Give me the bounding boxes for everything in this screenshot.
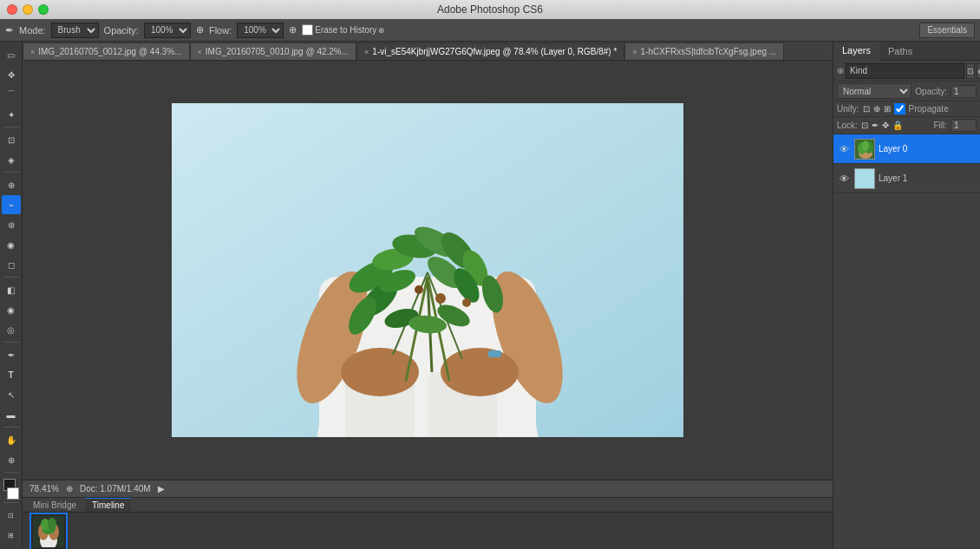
lock-move-icon[interactable]: ✥	[882, 121, 889, 130]
panel-filter-toolbar: ⊕ ⊡ ◈ T ⊕	[833, 61, 980, 82]
hand-tool[interactable]: ✋	[2, 430, 21, 449]
lock-position-icon[interactable]: ✒	[872, 121, 879, 130]
lasso-tool[interactable]: ⌒	[2, 85, 21, 104]
svg-point-28	[415, 285, 423, 294]
layer-1-visibility[interactable]: 👁	[837, 172, 851, 186]
lock-label: Lock:	[837, 121, 858, 130]
svg-point-27	[435, 293, 446, 304]
layer-1-name: Layer 1	[879, 173, 977, 183]
erase-to-history[interactable]: Erase to History ⊕	[302, 24, 385, 36]
screen-mode-btn[interactable]: ⊞	[2, 526, 21, 545]
svg-point-45	[862, 141, 869, 151]
photo-svg	[172, 103, 683, 437]
opacity-label: Opacity:	[104, 25, 139, 36]
bottom-panel: Mini Bridge Timeline	[23, 497, 833, 549]
propagate-checkbox[interactable]	[894, 103, 905, 114]
path-select-tool[interactable]: ↖	[2, 385, 21, 404]
status-arrow[interactable]: ▶	[158, 484, 165, 493]
tool-separator-2	[3, 172, 19, 173]
maximize-button[interactable]	[38, 4, 49, 15]
unify-pos-icon[interactable]: ⊕	[873, 104, 880, 114]
tab-label-3: 1-vi_sE54KjbrjjWG27G6Qfw.jpeg @ 78.4% (L…	[372, 47, 617, 56]
eraser-tool[interactable]: ◻	[2, 255, 21, 274]
bottom-content	[23, 513, 833, 549]
dodge-tool[interactable]: ◎	[2, 320, 21, 339]
layer-1-thumb-svg	[855, 169, 875, 189]
svg-rect-33	[488, 350, 501, 357]
tab-img2[interactable]: × IMG_20160705_0010.jpg @ 42.2%...	[190, 42, 357, 60]
right-panel: Layers Paths ⊕ ⊡ ◈ T ⊕ Normal Multiply S…	[833, 42, 980, 549]
mini-bridge-tab[interactable]: Mini Bridge	[26, 499, 83, 512]
type-tool[interactable]: T	[2, 365, 21, 384]
color-swatches[interactable]	[2, 479, 21, 500]
layers-filter-input[interactable]	[846, 63, 964, 79]
background-color[interactable]	[7, 487, 19, 500]
tabs-bar: × IMG_20160705_0012.jpg @ 44.3%... × IMG…	[23, 42, 833, 61]
fill-input[interactable]	[951, 119, 977, 132]
pen-tool[interactable]: ✒	[2, 345, 21, 364]
magic-wand-tool[interactable]: ✦	[2, 105, 21, 124]
bottom-tabs: Mini Bridge Timeline	[23, 498, 833, 513]
flow-dropdown[interactable]: 100%	[237, 23, 284, 38]
essentials-button[interactable]: Essentials	[919, 23, 975, 38]
history-tool[interactable]: ◉	[2, 235, 21, 254]
quick-mask-btn[interactable]: ⊡	[2, 506, 21, 525]
marquee-rect-tool[interactable]: ▭	[2, 45, 21, 64]
move-tool[interactable]: ✥	[2, 65, 21, 84]
status-doc-icon[interactable]: ⊕	[66, 484, 73, 493]
brush-tool[interactable]: ⌁	[2, 195, 21, 214]
zoom-tool[interactable]: ⊕	[2, 450, 21, 469]
close-button[interactable]	[7, 4, 17, 15]
blend-mode-select[interactable]: Normal Multiply Screen	[837, 83, 911, 99]
canvas-image-container	[172, 103, 683, 437]
canvas-area: × IMG_20160705_0012.jpg @ 44.3%... × IMG…	[23, 42, 833, 549]
unify-row: Unify: ⊡ ⊕ ⊞ Propagate	[833, 101, 980, 117]
layer-0-thumb-svg	[855, 140, 875, 160]
timeline-thumb	[33, 516, 64, 547]
layer-1-thumbnail	[854, 168, 875, 189]
unify-all-icon[interactable]: ⊞	[884, 104, 891, 114]
mode-dropdown[interactable]: Brush	[51, 23, 99, 38]
tool-separator-5	[3, 427, 19, 428]
lock-all-icon[interactable]: 🔒	[892, 121, 903, 130]
crop-tool[interactable]: ⊡	[2, 130, 21, 149]
canvas-viewport[interactable]	[23, 61, 833, 480]
opacity-dropdown[interactable]: 100%	[144, 23, 191, 38]
timeline-frame-1[interactable]	[29, 513, 68, 549]
zoom-level: 78.41%	[29, 484, 59, 493]
blur-tool[interactable]: ◉	[2, 300, 21, 319]
layer-item-0[interactable]: 👁 Layer 0	[833, 134, 980, 164]
minimize-button[interactable]	[23, 4, 33, 15]
layer-0-visibility[interactable]: 👁	[837, 142, 851, 156]
tab-main[interactable]: × 1-vi_sE54KjbrjjWG27G6Qfw.jpeg @ 78.4% …	[356, 42, 624, 60]
layers-tab[interactable]: Layers	[833, 42, 879, 61]
gradient-tool[interactable]: ◧	[2, 280, 21, 299]
tab-img4[interactable]: × 1-hCXFRxsS|tdfcibTcXgFsg.jpeg ...	[624, 42, 784, 60]
tab-close-2[interactable]: ×	[198, 48, 202, 56]
tab-label-1: IMG_20160705_0012.jpg @ 44.3%...	[38, 47, 181, 56]
doc-size: Doc: 1.07M/1.40M	[80, 484, 151, 493]
layer-pixel-icon[interactable]: ⊡	[966, 63, 975, 79]
flow-label: Flow:	[209, 25, 232, 36]
tab-close-1[interactable]: ×	[30, 48, 35, 56]
airbrush-icon: ⊕	[196, 24, 204, 36]
timeline-tab[interactable]: Timeline	[85, 498, 131, 512]
unify-pixel-icon[interactable]: ⊡	[863, 104, 870, 114]
tab-close-3[interactable]: ×	[364, 48, 369, 56]
clone-tool[interactable]: ⊛	[2, 215, 21, 234]
erase-history-checkbox[interactable]	[302, 24, 313, 36]
layer-0-name: Layer 0	[879, 144, 977, 154]
tab-close-4[interactable]: ×	[632, 48, 637, 56]
filter-label: ⊕	[837, 66, 844, 75]
eyedropper-tool[interactable]: ◈	[2, 150, 21, 169]
tab-img1[interactable]: × IMG_20160705_0012.jpg @ 44.3%...	[23, 42, 190, 60]
lock-pixel-icon[interactable]: ⊡	[861, 121, 868, 130]
spot-heal-tool[interactable]: ⊕	[2, 175, 21, 194]
shape-tool[interactable]: ▬	[2, 405, 21, 424]
layer-adjust-icon[interactable]: ◈	[977, 63, 980, 79]
opacity-input[interactable]	[951, 85, 977, 98]
opacity-label: Opacity:	[915, 87, 947, 96]
propagate-label: Propagate	[909, 104, 949, 114]
layer-item-1[interactable]: 👁 Layer 1	[833, 164, 980, 193]
paths-tab[interactable]: Paths	[879, 42, 921, 61]
